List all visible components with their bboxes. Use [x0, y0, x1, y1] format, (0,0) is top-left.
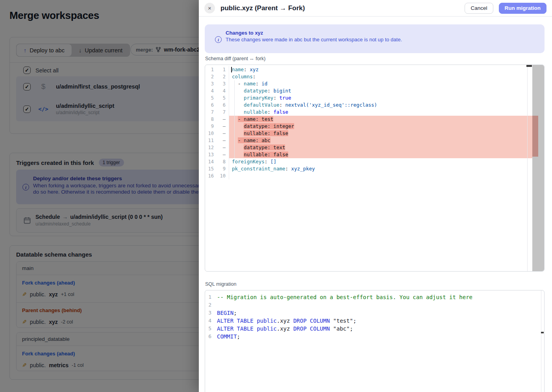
diff-line-code: - name: test	[229, 116, 532, 123]
new-line-number: –	[217, 144, 229, 151]
code-token: .xyz	[277, 325, 293, 332]
code-token: BEGIN	[217, 310, 233, 316]
sql-code-pane[interactable]: 1-- Migration is auto-generated on a bes…	[205, 290, 538, 392]
schema-diff-editor[interactable]: 11name: xyz22columns:33 - name: id44 dat…	[205, 65, 545, 272]
changes-banner-title: Changes to xyz	[226, 30, 263, 36]
diff-line[interactable]: 159pk_constraint_name: xyz_pkey	[205, 165, 532, 172]
close-icon[interactable]: ×	[204, 3, 215, 13]
old-line-number: 14	[205, 158, 217, 165]
code-token: .xyz	[277, 318, 293, 324]
changes-banner: i Changes to xyz These changes were made…	[205, 24, 545, 53]
diff-line-code: defaultValue: nextval('xyz_id_seq'::regc…	[229, 102, 532, 109]
sql-line[interactable]: 2	[205, 301, 538, 309]
old-line-number: 11	[205, 137, 217, 144]
code-token: []	[270, 159, 276, 165]
diff-line[interactable]: 12– datatype: text	[205, 144, 532, 151]
diff-line[interactable]: 13– nullable: false	[205, 151, 532, 158]
code-token: :	[273, 95, 279, 101]
diff-line-code: foreignKeys: []	[229, 158, 532, 165]
code-token: - name: abc	[238, 137, 270, 143]
sql-migration-editor[interactable]: 1-- Migration is auto-generated on a bes…	[205, 290, 545, 392]
diff-line[interactable]: 1610	[205, 172, 532, 179]
code-token: name	[244, 81, 256, 87]
diff-line[interactable]: 66 defaultValue: nextval('xyz_id_seq'::r…	[205, 102, 532, 109]
sql-line-code: ALTER TABLE public.xyz DROP COLUMN "test…	[215, 317, 538, 325]
code-token: ;	[233, 310, 237, 316]
sql-line-code	[215, 301, 538, 309]
line-number: 4	[205, 317, 215, 325]
old-line-number: 13	[205, 151, 217, 158]
new-line-number: –	[217, 116, 229, 123]
code-token: :	[267, 109, 273, 115]
sql-line[interactable]: 6COMMIT;	[205, 333, 538, 340]
line-number: 2	[205, 301, 215, 309]
scrollbar-thumb[interactable]	[541, 332, 544, 333]
code-token: defaultValue	[244, 102, 279, 108]
diff-line[interactable]: 10– nullable: false	[205, 130, 532, 137]
code-token	[232, 130, 244, 136]
run-migration-button[interactable]: Run migration	[499, 3, 547, 14]
diff-line[interactable]: 44 datatype: bigint	[205, 87, 532, 94]
text-cursor	[231, 67, 232, 72]
code-token: :	[265, 159, 270, 165]
code-token: :	[267, 88, 273, 94]
code-token	[307, 318, 310, 324]
new-line-number: 2	[217, 73, 229, 80]
new-line-number: 4	[217, 87, 229, 94]
diff-code-pane[interactable]: 11name: xyz22columns:33 - name: id44 dat…	[205, 65, 532, 271]
new-line-number: 3	[217, 80, 229, 87]
code-token: -- Migration is auto-generated on a best…	[217, 294, 472, 300]
line-number: 5	[205, 325, 215, 333]
code-token: datatype	[244, 88, 267, 94]
sql-line[interactable]: 4ALTER TABLE public.xyz DROP COLUMN "tes…	[205, 317, 538, 325]
overview-ruler[interactable]	[532, 65, 544, 271]
code-token	[232, 109, 244, 115]
diff-line[interactable]: 9– datatype: integer	[205, 123, 532, 130]
diff-line[interactable]: 22columns:	[205, 73, 532, 80]
new-line-number: –	[217, 137, 229, 144]
sql-line[interactable]: 3BEGIN;	[205, 309, 538, 317]
new-line-number: 5	[217, 94, 229, 102]
code-token: :	[279, 102, 285, 108]
diff-line-code: primaryKey: true	[229, 94, 532, 102]
diff-line[interactable]: 148foreignKeys: []	[205, 158, 532, 165]
line-number: 1	[205, 293, 215, 301]
code-token: true	[279, 95, 291, 101]
code-token: public	[257, 318, 277, 324]
cancel-button[interactable]: Cancel	[465, 3, 493, 14]
code-token: false	[273, 109, 288, 115]
code-token: COMMIT	[217, 333, 237, 340]
diff-line[interactable]: 11name: xyz	[205, 66, 532, 73]
code-token: pk_constraint_name	[232, 166, 285, 172]
diff-line[interactable]: 55 primaryKey: true	[205, 94, 532, 102]
diff-line-code: nullable: false	[229, 130, 532, 137]
old-line-number: 16	[205, 172, 217, 179]
diff-line-code: pk_constraint_name: xyz_pkey	[229, 165, 532, 172]
code-token: xyz	[250, 67, 259, 72]
code-token: id	[261, 81, 267, 87]
code-token: -	[232, 81, 244, 87]
code-token: :	[256, 81, 261, 87]
old-line-number: 2	[205, 73, 217, 80]
old-line-number: 3	[205, 80, 217, 87]
old-line-number: 4	[205, 87, 217, 94]
sql-line-code: -- Migration is auto-generated on a best…	[215, 293, 538, 301]
diff-line[interactable]: 33 - name: id	[205, 80, 532, 87]
new-line-number: –	[217, 123, 229, 130]
diff-line[interactable]: 77 nullable: false	[205, 109, 532, 116]
old-line-number: 7	[205, 109, 217, 116]
sql-line-code: COMMIT;	[215, 333, 538, 340]
sql-line[interactable]: 5ALTER TABLE public.xyz DROP COLUMN "abc…	[205, 325, 538, 333]
sql-line-code: BEGIN;	[215, 309, 538, 317]
sql-line[interactable]: 1-- Migration is auto-generated on a bes…	[205, 293, 538, 301]
changes-banner-body: These changes were made in abc but the c…	[226, 37, 402, 43]
diff-line-code: datatype: text	[229, 144, 532, 151]
code-token: "abc";	[330, 325, 353, 332]
code-token: COLUMN	[310, 318, 330, 324]
scrollbar-thumb[interactable]	[526, 65, 532, 67]
diff-line[interactable]: 8– - name: test	[205, 116, 532, 123]
code-token: nullable: false	[244, 130, 288, 136]
old-line-number: 15	[205, 165, 217, 172]
code-token	[232, 95, 244, 101]
diff-line[interactable]: 11– - name: abc	[205, 137, 532, 144]
